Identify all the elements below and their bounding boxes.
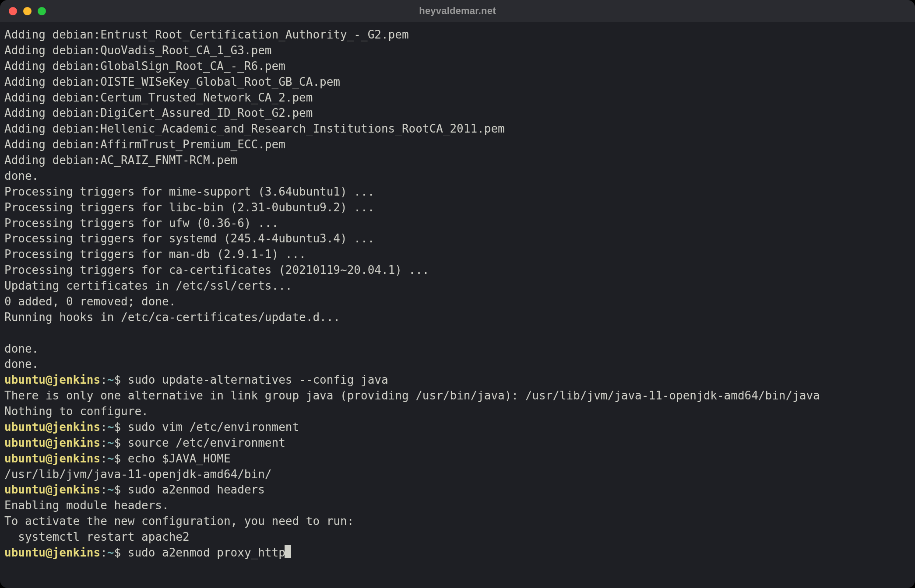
terminal-output-line: Nothing to configure. xyxy=(4,404,911,420)
terminal-output-line: Enabling module headers. xyxy=(4,498,911,514)
terminal-prompt-line: ubuntu@jenkins:~$ sudo update-alternativ… xyxy=(4,372,911,388)
terminal-output-line: There is only one alternative in link gr… xyxy=(4,388,911,404)
terminal-output-line: To activate the new configuration, you n… xyxy=(4,514,911,529)
command-text: source /etc/environment xyxy=(128,436,285,449)
minimize-icon[interactable] xyxy=(23,7,32,15)
prompt-symbol: $ xyxy=(114,452,127,465)
terminal-output-line: done. xyxy=(4,341,911,357)
prompt-path: ~ xyxy=(107,373,114,386)
window-title: heyvaldemar.net xyxy=(0,4,915,18)
prompt-user-host: ubuntu@jenkins xyxy=(4,452,100,465)
prompt-user-host: ubuntu@jenkins xyxy=(4,436,100,449)
prompt-colon: : xyxy=(100,546,107,559)
terminal-output-line xyxy=(4,326,911,341)
prompt-colon: : xyxy=(100,420,107,434)
terminal-output-line: Adding debian:AC_RAIZ_FNMT-RCM.pem xyxy=(4,153,911,168)
terminal-window: heyvaldemar.net Adding debian:Entrust_Ro… xyxy=(0,0,915,588)
prompt-user-host: ubuntu@jenkins xyxy=(4,373,100,386)
terminal-output-line: Adding debian:AffirmTrust_Premium_ECC.pe… xyxy=(4,137,911,153)
prompt-symbol: $ xyxy=(114,546,127,559)
terminal-output-line: systemctl restart apache2 xyxy=(4,529,911,545)
terminal-output-line: Processing triggers for ufw (0.36-6) ... xyxy=(4,216,911,231)
cursor-icon xyxy=(285,545,291,558)
terminal-output-line: 0 added, 0 removed; done. xyxy=(4,294,911,310)
prompt-colon: : xyxy=(100,373,107,386)
prompt-symbol: $ xyxy=(114,373,127,386)
terminal-output-line: Running hooks in /etc/ca-certificates/up… xyxy=(4,310,911,326)
terminal-output-line: Adding debian:GlobalSign_Root_CA_-_R6.pe… xyxy=(4,59,911,74)
traffic-lights xyxy=(9,7,46,15)
terminal-output-line: done. xyxy=(4,357,911,372)
prompt-path: ~ xyxy=(107,546,114,559)
terminal-output-line: done. xyxy=(4,168,911,184)
terminal-output-line: /usr/lib/jvm/java-11-openjdk-amd64/bin/ xyxy=(4,467,911,483)
command-text: echo $JAVA_HOME xyxy=(128,452,231,465)
prompt-colon: : xyxy=(100,436,107,449)
command-text: sudo a2enmod proxy_http xyxy=(128,546,285,559)
terminal-output-line: Processing triggers for libc-bin (2.31-0… xyxy=(4,200,911,216)
prompt-user-host: ubuntu@jenkins xyxy=(4,483,100,496)
terminal-prompt-line: ubuntu@jenkins:~$ sudo vim /etc/environm… xyxy=(4,420,911,435)
prompt-colon: : xyxy=(100,483,107,496)
terminal-prompt-line: ubuntu@jenkins:~$ echo $JAVA_HOME xyxy=(4,451,911,467)
terminal-output-line: Processing triggers for systemd (245.4-4… xyxy=(4,231,911,247)
terminal-output-line: Adding debian:QuoVadis_Root_CA_1_G3.pem xyxy=(4,43,911,59)
close-icon[interactable] xyxy=(9,7,17,15)
terminal-prompt-line: ubuntu@jenkins:~$ source /etc/environmen… xyxy=(4,435,911,451)
terminal-output-line: Updating certificates in /etc/ssl/certs.… xyxy=(4,278,911,294)
prompt-path: ~ xyxy=(107,436,114,449)
terminal-output-line: Adding debian:Entrust_Root_Certification… xyxy=(4,27,911,43)
command-text: sudo update-alternatives --config java xyxy=(128,373,388,386)
terminal-output-line: Processing triggers for ca-certificates … xyxy=(4,262,911,278)
prompt-symbol: $ xyxy=(114,483,127,496)
terminal-prompt-line: ubuntu@jenkins:~$ sudo a2enmod headers xyxy=(4,482,911,498)
prompt-symbol: $ xyxy=(114,436,127,449)
terminal-prompt-line: ubuntu@jenkins:~$ sudo a2enmod proxy_htt… xyxy=(4,545,911,561)
zoom-icon[interactable] xyxy=(38,7,46,15)
prompt-colon: : xyxy=(100,452,107,465)
terminal-output-line: Adding debian:OISTE_WISeKey_Global_Root_… xyxy=(4,74,911,90)
prompt-path: ~ xyxy=(107,420,114,434)
prompt-path: ~ xyxy=(107,483,114,496)
prompt-user-host: ubuntu@jenkins xyxy=(4,420,100,434)
command-text: sudo vim /etc/environment xyxy=(128,420,299,434)
terminal-output-line: Adding debian:Certum_Trusted_Network_CA_… xyxy=(4,90,911,106)
terminal-output-line: Adding debian:Hellenic_Academic_and_Rese… xyxy=(4,121,911,137)
prompt-user-host: ubuntu@jenkins xyxy=(4,546,100,559)
command-text: sudo a2enmod headers xyxy=(128,483,265,496)
titlebar: heyvaldemar.net xyxy=(0,0,915,22)
prompt-path: ~ xyxy=(107,452,114,465)
terminal-output-line: Processing triggers for mime-support (3.… xyxy=(4,184,911,200)
terminal-output-line: Adding debian:DigiCert_Assured_ID_Root_G… xyxy=(4,105,911,121)
prompt-symbol: $ xyxy=(114,420,127,434)
terminal-body[interactable]: Adding debian:Entrust_Root_Certification… xyxy=(0,22,915,588)
terminal-output-line: Processing triggers for man-db (2.9.1-1)… xyxy=(4,247,911,262)
